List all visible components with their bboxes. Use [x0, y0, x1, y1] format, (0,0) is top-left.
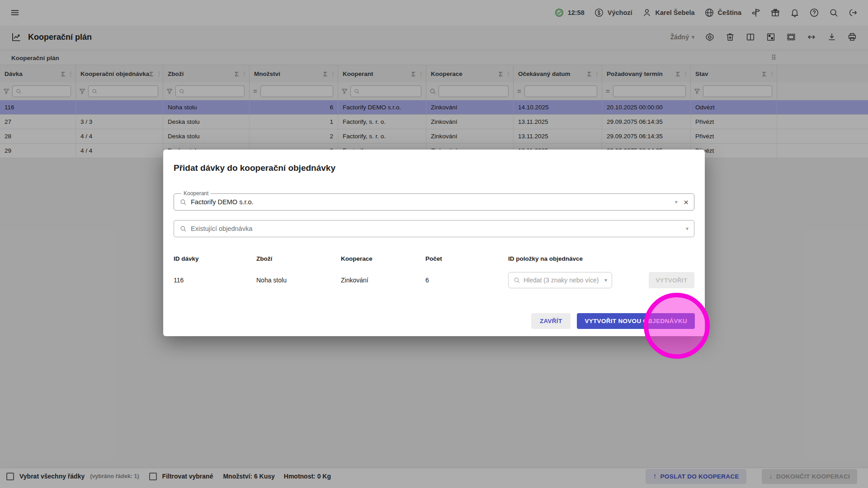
dialog-batch-row: 116 Noha stolu Zinkování 6 ▾ VYTVOŘIT — [174, 272, 694, 288]
mcell-kooperace: Zinkování — [341, 277, 425, 284]
kooperant-input[interactable] — [191, 198, 671, 206]
order-item-search-input[interactable] — [524, 277, 601, 284]
mcell-pocet: 6 — [425, 277, 508, 284]
existing-order-field[interactable]: ▾ — [174, 220, 694, 237]
clear-icon[interactable]: × — [684, 198, 689, 206]
create-new-order-button[interactable]: VYTVOŘIT NOVOU OBJEDNÁVKU — [577, 313, 695, 329]
dialog-title: Přidat dávky do kooperační objednávky — [174, 163, 694, 173]
existing-order-input[interactable] — [191, 225, 682, 232]
chevron-down-icon[interactable]: ▾ — [604, 277, 607, 283]
search-icon — [513, 277, 520, 284]
create-item-button[interactable]: VYTVOŘIT — [649, 272, 694, 288]
mtable-header-item-id: ID položky na objednávce — [508, 255, 612, 262]
kooperant-field-label: Kooperant — [181, 190, 211, 197]
chevron-down-icon[interactable]: ▾ — [686, 225, 689, 232]
chevron-down-icon[interactable]: ▾ — [675, 199, 678, 205]
mtable-header-kooperace: Kooperace — [341, 255, 425, 262]
mtable-header-pocet: Počet — [425, 255, 508, 262]
kooperant-field[interactable]: Kooperant ▾ × — [174, 193, 694, 211]
add-batches-dialog: Přidat dávky do kooperační objednávky Ko… — [163, 150, 705, 336]
app-page: 12:58 Výchozí Karel Šebela Čeština — [0, 0, 868, 488]
mtable-header-zbozi: Zboží — [256, 255, 341, 262]
mcell-zbozi: Noha stolu — [256, 277, 341, 284]
mcell-id: 116 — [174, 277, 256, 284]
mtable-header-id: ID dávky — [174, 255, 256, 262]
search-icon — [179, 198, 187, 206]
dialog-batch-table: ID dávky Zboží Kooperace Počet ID položk… — [174, 255, 694, 288]
close-dialog-button[interactable]: ZAVŘÍT — [531, 313, 571, 329]
order-item-search-field[interactable]: ▾ — [508, 272, 612, 288]
search-icon — [179, 225, 187, 232]
